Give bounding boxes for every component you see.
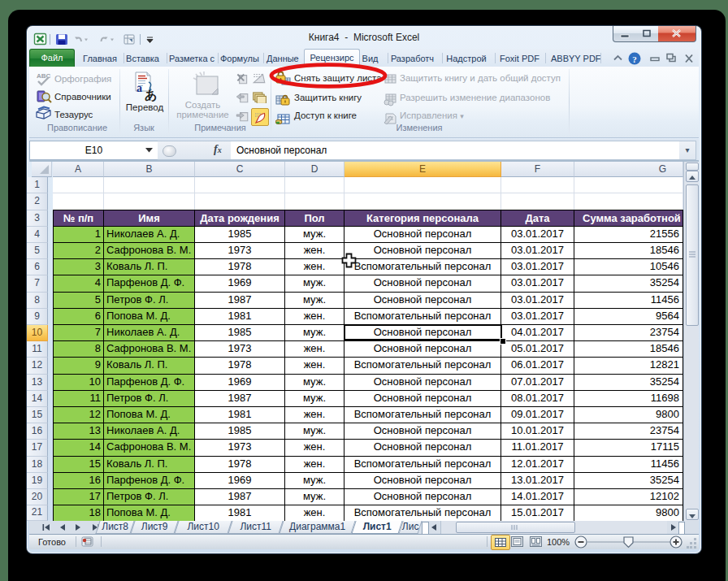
svg-text:a: a [136, 82, 142, 94]
